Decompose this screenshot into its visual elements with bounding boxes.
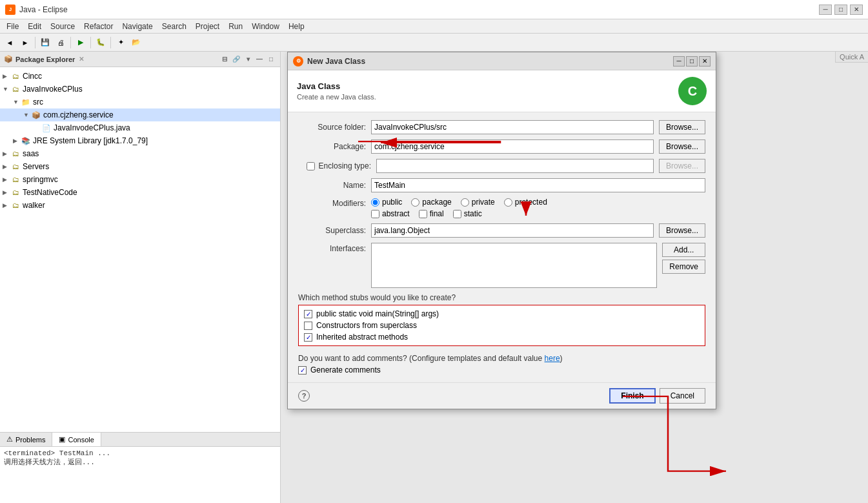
panel-menu-btn[interactable]: ▾ <box>243 54 253 65</box>
comments-suffix: ) <box>560 354 563 363</box>
cb-static-input[interactable] <box>453 210 461 218</box>
cb-inherited[interactable]: ✓ <box>304 333 312 342</box>
panel-close-x: ✕ <box>79 56 84 63</box>
toolbar-save[interactable]: 💾 <box>38 36 52 50</box>
radio-protected[interactable]: protected <box>504 198 547 207</box>
project-icon-walker: 🗂 <box>10 200 21 210</box>
radio-public[interactable]: public <box>371 198 402 207</box>
tab-problems-label: Problems <box>15 436 45 444</box>
package-browse[interactable]: Browse... <box>659 139 705 154</box>
menu-run[interactable]: Run <box>225 21 247 32</box>
radio-private[interactable]: private <box>461 198 495 207</box>
link-editor-btn[interactable]: 🔗 <box>231 54 241 65</box>
help-button[interactable]: ? <box>298 390 310 402</box>
panel-max-btn[interactable]: □ <box>266 54 276 65</box>
radio-package[interactable]: package <box>411 198 451 207</box>
toolbar-open[interactable]: 📂 <box>129 36 143 50</box>
menu-window[interactable]: Window <box>248 21 283 32</box>
tab-problems[interactable]: ⚠ Problems <box>0 433 52 446</box>
cb-constructors[interactable] <box>304 322 312 330</box>
cb-main[interactable]: ✓ <box>304 310 312 318</box>
close-button[interactable]: ✕ <box>850 5 863 15</box>
package-label: Package: <box>298 142 366 151</box>
cb-final[interactable]: final <box>419 209 444 218</box>
radio-private-input[interactable] <box>461 198 469 207</box>
radio-public-input[interactable] <box>371 198 379 207</box>
dialog-close[interactable]: ✕ <box>699 56 711 67</box>
tree-item-src[interactable]: ▼ 📁 src <box>0 96 280 108</box>
dialog-maximize[interactable]: □ <box>686 56 698 67</box>
menu-refactor[interactable]: Refactor <box>80 21 117 32</box>
toolbar-print[interactable]: 🖨 <box>54 36 68 50</box>
interfaces-textarea[interactable] <box>371 243 657 288</box>
dialog-minimize[interactable]: ─ <box>673 56 685 67</box>
superclass-input[interactable] <box>371 223 654 238</box>
project-icon-servers: 🗂 <box>10 161 21 172</box>
modifiers-row: Modifiers: public package <box>298 198 705 218</box>
tree-item-springmvc[interactable]: ▶ 🗂 springmvc <box>0 173 280 186</box>
collapse-all-btn[interactable]: ⊟ <box>219 54 230 65</box>
tree-item-package[interactable]: ▼ 📦 com.cjzheng.service <box>0 108 280 121</box>
radio-protected-input[interactable] <box>504 198 512 207</box>
enclosing-browse[interactable]: Browse... <box>659 159 705 173</box>
cancel-button[interactable]: Cancel <box>660 388 705 404</box>
cb-final-input[interactable] <box>419 210 427 218</box>
menu-file[interactable]: File <box>3 21 23 32</box>
interfaces-remove[interactable]: Remove <box>662 260 705 274</box>
menu-project[interactable]: Project <box>192 21 223 32</box>
cb-generate-comments[interactable]: ✓ <box>298 366 307 375</box>
panel-min-btn[interactable]: — <box>254 54 265 65</box>
maximize-button[interactable]: □ <box>834 5 847 15</box>
interfaces-add[interactable]: Add... <box>662 243 705 257</box>
tree-item-jre[interactable]: ▶ 📚 JRE System Library [jdk1.7.0_79] <box>0 134 280 147</box>
arrow-cincc: ▶ <box>3 73 10 79</box>
enclosing-type-row: Enclosing type: Browse... <box>298 159 705 173</box>
menu-help[interactable]: Help <box>285 21 308 32</box>
package-input[interactable] <box>371 139 654 154</box>
toolbar-back[interactable]: ◄ <box>3 36 17 50</box>
minimize-button[interactable]: ─ <box>819 5 832 15</box>
name-input[interactable] <box>371 178 705 192</box>
source-folder-browse[interactable]: Browse... <box>659 120 705 134</box>
comments-link[interactable]: here <box>545 354 560 363</box>
bottom-tabs: ⚠ Problems ▣ Console <box>0 433 280 447</box>
bottom-content: <terminated> TestMain ... 调用选择天线方法，返回... <box>0 447 280 503</box>
enclosing-type-input[interactable] <box>376 159 654 173</box>
cb-abstract-input[interactable] <box>371 210 379 218</box>
toolbar-debug[interactable]: 🐛 <box>94 36 108 50</box>
tree-item-walker[interactable]: ▶ 🗂 walker <box>0 199 280 212</box>
toolbar-new[interactable]: ✦ <box>114 36 128 50</box>
superclass-browse[interactable]: Browse... <box>659 223 705 238</box>
right-area: Quick A ⚙ New Java Class ─ □ ✕ <box>281 52 868 503</box>
menu-search[interactable]: Search <box>158 21 190 32</box>
toolbar-forward[interactable]: ► <box>18 36 32 50</box>
tree-item-javafile[interactable]: ▶ 📄 JavaInvodeCPlus.java <box>0 121 280 134</box>
toolbar-run[interactable]: ▶ <box>74 36 88 50</box>
menu-source[interactable]: Source <box>46 21 79 32</box>
arrow-jre: ▶ <box>13 138 21 144</box>
finish-button[interactable]: Finish <box>609 388 655 404</box>
generate-comments-label: Generate comments <box>310 365 381 375</box>
panel-header: 📦 Package Explorer ✕ ⊟ 🔗 ▾ — □ <box>0 52 280 67</box>
menu-edit[interactable]: Edit <box>24 21 45 32</box>
cb-static[interactable]: static <box>453 209 482 218</box>
source-folder-input[interactable] <box>371 120 654 134</box>
arrow-pkg: ▼ <box>23 112 31 118</box>
stub-row-constructors: Constructors from superclass <box>304 321 700 330</box>
tree-item-saas[interactable]: ▶ 🗂 saas <box>0 147 280 160</box>
tree-item-javainvokecplus[interactable]: ▼ 🗂 JavaInvokeCPlus <box>0 83 280 96</box>
tab-console[interactable]: ▣ Console <box>52 433 101 446</box>
tree-item-testnativecode[interactable]: ▶ 🗂 TestNativeCode <box>0 186 280 199</box>
tree-item-cincc[interactable]: ▶ 🗂 Cincc <box>0 70 280 83</box>
enclosing-type-checkbox[interactable] <box>307 162 315 170</box>
cb-abstract[interactable]: abstract <box>371 209 410 218</box>
lib-icon-jre: 📚 <box>21 136 31 146</box>
radio-package-input[interactable] <box>411 198 419 207</box>
problems-icon: ⚠ <box>6 435 13 444</box>
tree-container[interactable]: ▶ 🗂 Cincc ▼ 🗂 JavaInvokeCPlus ▼ 📁 src <box>0 67 280 432</box>
checkbox-group: abstract final static <box>371 209 705 218</box>
menu-navigate[interactable]: Navigate <box>118 21 156 32</box>
dialog-title-text: New Java Class <box>307 57 365 66</box>
tree-item-servers[interactable]: ▶ 🗂 Servers <box>0 160 280 173</box>
arrow-saas: ▶ <box>3 150 10 157</box>
